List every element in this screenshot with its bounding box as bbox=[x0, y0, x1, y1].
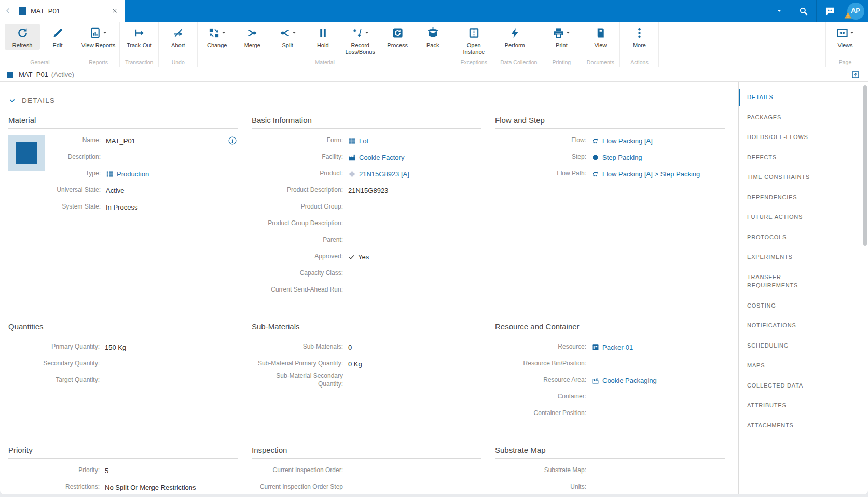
field-label: Priority: bbox=[8, 466, 100, 475]
vertical-scrollbar[interactable] bbox=[863, 85, 867, 246]
sidebar-item-costing[interactable]: COSTING bbox=[747, 296, 816, 316]
field-label: Description: bbox=[49, 153, 101, 161]
details-panel: DETAILS MaterialName:MAT_P01Description:… bbox=[0, 82, 738, 494]
ribbon-button-refresh[interactable]: Refresh bbox=[5, 24, 40, 50]
ribbon-group-label: Documents bbox=[583, 59, 618, 66]
sidebar-item-details[interactable]: DETAILS bbox=[747, 87, 816, 107]
check-icon bbox=[348, 254, 355, 260]
user-menu[interactable]: AP bbox=[843, 3, 868, 20]
ribbon-button-view[interactable]: View bbox=[583, 24, 618, 50]
ribbon-button-merge[interactable]: Merge bbox=[235, 24, 270, 50]
field-label: Product Description: bbox=[252, 186, 343, 195]
section-resource-and-container: Resource and ContainerResource:Packer-01… bbox=[495, 322, 725, 422]
tab-list-dropdown[interactable] bbox=[769, 0, 790, 22]
field-row: Sub-Material Secondary Quantity: bbox=[252, 372, 481, 389]
search-button[interactable] bbox=[790, 0, 816, 22]
info-icon[interactable] bbox=[228, 136, 237, 145]
collapse-panel-icon[interactable] bbox=[851, 71, 860, 79]
breadcrumb-state: (Active) bbox=[51, 71, 74, 78]
field-value-text: Lot bbox=[359, 137, 368, 145]
ribbon-group-label: Exceptions bbox=[454, 59, 493, 66]
field-label: Current Inspection Order: bbox=[252, 466, 343, 475]
tab-title: MAT_P01 bbox=[31, 7, 110, 15]
ribbon-button-label: Record Loss/Bonus bbox=[343, 42, 377, 56]
field-label: Sub-Material Secondary Quantity: bbox=[252, 372, 343, 388]
material-image bbox=[8, 135, 45, 171]
sidebar-item-experiments[interactable]: EXPERIMENTS bbox=[747, 247, 816, 267]
ribbon-button-change[interactable]: Change bbox=[199, 24, 235, 50]
field-value-resource-area[interactable]: Cookie Packaging bbox=[591, 376, 657, 385]
details-section-header[interactable]: DETAILS bbox=[8, 96, 725, 104]
close-icon[interactable] bbox=[110, 6, 119, 16]
field-value-form[interactable]: Lot bbox=[348, 136, 368, 145]
flow-icon bbox=[591, 170, 599, 178]
field-label: Restrictions: bbox=[8, 483, 100, 491]
sidebar-item-transfer-requirements[interactable]: TRANSFER REQUIREMENTS bbox=[747, 267, 816, 296]
back-chevron-icon[interactable] bbox=[2, 5, 15, 17]
sidebar-item-time-constraints[interactable]: TIME CONSTRAINTS bbox=[747, 167, 816, 187]
field-row: Container: bbox=[495, 389, 725, 405]
ribbon-button-record-loss-bonus[interactable]: Record Loss/Bonus bbox=[340, 24, 380, 57]
ribbon-button-pack[interactable]: Pack bbox=[415, 24, 450, 50]
field-value-flow[interactable]: Flow Packing [A] bbox=[591, 136, 653, 145]
field-value-facility[interactable]: Cookie Factory bbox=[348, 153, 404, 162]
section-band: QuantitiesPrimary Quantity:150 KgSeconda… bbox=[8, 322, 725, 422]
section-title-inspection: Inspection bbox=[252, 446, 481, 459]
ribbon-button-views[interactable]: Views bbox=[828, 24, 863, 50]
product-icon bbox=[348, 170, 356, 178]
field-row: Current Inspection Order: bbox=[252, 462, 481, 479]
section-nav: DETAILSPACKAGESHOLDS/OFF-FLOWSDEFECTSTIM… bbox=[738, 82, 868, 494]
field-value-flow-path[interactable]: Flow Packing [A] > Step Packing bbox=[591, 169, 700, 178]
sidebar-item-holds-off-flows[interactable]: HOLDS/OFF-FLOWS bbox=[747, 127, 816, 147]
field-value-step[interactable]: Step Packing bbox=[591, 153, 642, 162]
field-value-name: MAT_P01 bbox=[106, 136, 135, 145]
sidebar-item-attachments[interactable]: ATTACHMENTS bbox=[747, 416, 816, 436]
factory-outline-icon bbox=[591, 377, 599, 384]
messages-button[interactable] bbox=[817, 0, 843, 22]
ribbon-group-label: Undo bbox=[160, 59, 196, 66]
ribbon-button-process[interactable]: Process bbox=[380, 24, 415, 50]
field-value-text: MAT_P01 bbox=[106, 137, 135, 145]
sidebar-item-dependencies[interactable]: DEPENDENCIES bbox=[747, 187, 816, 208]
field-row: Product:21N15G8923 [A] bbox=[252, 165, 481, 182]
field-value-product[interactable]: 21N15G8923 [A] bbox=[348, 169, 409, 178]
sidebar-item-notifications[interactable]: NOTIFICATIONS bbox=[747, 315, 816, 336]
field-label: Sub-Material Primary Quantity: bbox=[252, 360, 343, 368]
ribbon-button-print[interactable]: Print bbox=[544, 24, 579, 50]
refresh-icon bbox=[17, 27, 29, 39]
sidebar-item-collected-data[interactable]: COLLECTED DATA bbox=[747, 376, 816, 396]
sidebar-item-packages[interactable]: PACKAGES bbox=[747, 107, 816, 128]
sidebar-item-future-actions[interactable]: FUTURE ACTIONS bbox=[747, 207, 816, 227]
sidebar-item-defects[interactable]: DEFECTS bbox=[747, 147, 816, 168]
field-value-resource[interactable]: Packer-01 bbox=[591, 342, 633, 352]
field-value-type[interactable]: Production bbox=[106, 169, 149, 178]
dropdown-caret-icon bbox=[102, 30, 107, 35]
step-icon bbox=[591, 154, 599, 161]
ribbon-button-split[interactable]: Split bbox=[270, 24, 305, 50]
sidebar-item-protocols[interactable]: PROTOCOLS bbox=[747, 227, 816, 247]
field-row: Approved:Yes bbox=[252, 248, 481, 265]
ribbon-button-open-instance[interactable]: Open Instance bbox=[454, 24, 493, 57]
ribbon-button-view-reports[interactable]: View Reports bbox=[79, 24, 118, 50]
ribbon-button-track-out[interactable]: Track-Out bbox=[121, 24, 157, 50]
ribbon-group-page: ViewsPage bbox=[825, 22, 868, 67]
ribbon-button-abort[interactable]: Abort bbox=[160, 24, 196, 50]
abort-icon bbox=[172, 27, 184, 39]
field-value-text: 150 Kg bbox=[105, 343, 126, 351]
field-row: Type:Production bbox=[49, 165, 238, 182]
sidebar-item-attributes[interactable]: ATTRIBUTES bbox=[747, 395, 816, 416]
sidebar-item-maps[interactable]: MAPS bbox=[747, 355, 816, 376]
ribbon-toolbar: RefreshEditGeneralView ReportsReportsTra… bbox=[0, 22, 868, 67]
ribbon-group-label: Page bbox=[828, 59, 863, 66]
ribbon-button-edit[interactable]: Edit bbox=[40, 24, 75, 50]
ribbon-group-undo: AbortUndo bbox=[159, 22, 198, 67]
field-value-text: Packer-01 bbox=[602, 343, 633, 351]
ribbon-button-perform[interactable]: Perform bbox=[497, 24, 532, 50]
active-tab[interactable]: MAT_P01 bbox=[0, 0, 125, 22]
section-sub-materials: Sub-MaterialsSub-Materials:0Sub-Material… bbox=[252, 322, 481, 422]
ribbon-button-more[interactable]: More bbox=[622, 24, 657, 50]
ribbon-button-hold[interactable]: Hold bbox=[305, 24, 340, 50]
sidebar-item-scheduling[interactable]: SCHEDULING bbox=[747, 336, 816, 356]
field-row: Target Quantity: bbox=[8, 372, 238, 389]
field-label: Container Position: bbox=[495, 409, 586, 418]
